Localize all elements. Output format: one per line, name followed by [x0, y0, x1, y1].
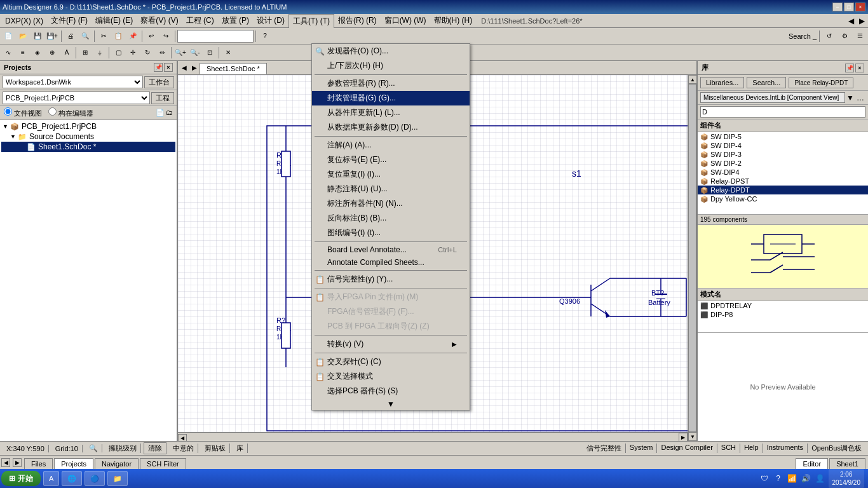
time-display[interactable]: 2:06 2014/9/20 [829, 469, 865, 488]
tb-select[interactable]: ▢ [111, 46, 125, 60]
menu-edit[interactable]: 编辑(E) (E) [92, 14, 137, 27]
tab-files[interactable]: Files [24, 458, 53, 469]
clear-btn[interactable]: 清除 [144, 442, 166, 454]
tb-mirror[interactable]: ⇔ [155, 46, 169, 60]
tb-r2[interactable]: ⚙ [837, 29, 851, 43]
menu-cross-probe[interactable]: 📋 交叉探针(C) (C) [312, 355, 470, 369]
help-label[interactable]: Help [740, 444, 763, 453]
signal-label[interactable]: 信号完整性 [583, 444, 626, 453]
tb-rotate[interactable]: ↻ [140, 46, 154, 60]
scrollbar-v[interactable]: ▲ ▼ [688, 75, 696, 441]
tb-redo[interactable]: ↪ [159, 29, 173, 43]
openbus-label[interactable]: OpenBus调色板 [808, 444, 865, 453]
tb-cut[interactable]: ✂ [97, 29, 111, 43]
menu-reset-des[interactable]: 复位标号(E) (E)... [312, 152, 470, 167]
menu-find-parts[interactable]: 🔍 发现器件(O) (O)... [312, 44, 470, 58]
sch-label[interactable]: SCH [717, 444, 740, 453]
lib-options-btn[interactable]: … [855, 93, 865, 102]
menu-cross-select[interactable]: 📋 交叉选择模式 [312, 369, 470, 384]
menu-sheet-num[interactable]: 图纸编号(t) (t)... [312, 226, 470, 240]
tools-dropdown-menu[interactable]: 🔍 发现器件(O) (O)... 上/下层次(H) (H) 参数管理器(R) (… [311, 43, 470, 410]
component-list[interactable]: 📦 SW DIP-5 📦 SW DIP-4 📦 SW DIP-3 📦 SW DI… [698, 132, 868, 215]
instruments-label[interactable]: Instruments [763, 444, 808, 453]
project-tree[interactable]: ▼ 📦 PCB_Project1.PrjPCB ▼ 📁 Source Docum… [0, 120, 177, 441]
tray-user-icon[interactable]: 👤 [815, 473, 826, 484]
tb-print[interactable]: 🖨 [64, 29, 78, 43]
menu-dxp[interactable]: DXP(X) (X) [1, 15, 47, 27]
tree-item-project[interactable]: ▼ 📦 PCB_Project1.PrjPCB [1, 121, 175, 132]
bottom-nav-left[interactable]: ◀ [1, 458, 10, 467]
tb-r1[interactable]: ↺ [822, 29, 836, 43]
menu-reset-dup[interactable]: 复位重复(I) (I)... [312, 167, 470, 182]
comp-item-dpyyellow[interactable]: 📦 Dpy Yellow-CC [698, 194, 868, 203]
bottom-nav-right[interactable]: ▶ [13, 458, 22, 467]
scroll-up-btn[interactable]: ▲ [688, 75, 696, 84]
menu-update-db[interactable]: 从数据库更新参数(D) (D)... [312, 120, 470, 135]
maximize-button[interactable]: □ [844, 3, 854, 11]
menu-design[interactable]: 设计 (D) [253, 14, 288, 27]
tb-zoom-fit[interactable]: ⊡ [203, 46, 217, 60]
tab-sch-filter[interactable]: SCH Filter [140, 458, 186, 469]
model-list[interactable]: ⬛ DPDTRELAY ⬛ DIP-P8 [698, 301, 868, 333]
minimize-button[interactable]: − [832, 3, 843, 11]
scroll-left-btn[interactable]: ◀ [178, 434, 187, 442]
model-item-dpdt[interactable]: ⬛ DPDTRELAY [698, 301, 868, 310]
tree-item-sheet[interactable]: 📄 Sheet1.SchDoc * [1, 142, 175, 152]
tb-new[interactable]: 📄 [1, 29, 15, 43]
tray-network-icon[interactable]: 📶 [787, 473, 798, 484]
panel-close-btn[interactable]: × [164, 63, 173, 72]
taskbar-app-3[interactable]: 🔵 [85, 471, 105, 486]
taskbar-app-2[interactable]: 🌐 [62, 471, 82, 486]
menu-select-pcb[interactable]: 选择PCB 器件(S) (S) [312, 384, 470, 398]
tab-sheet1[interactable]: Sheet1.SchDoc * [200, 63, 267, 74]
menu-tools[interactable]: 工具(T) (T) [288, 14, 334, 28]
menu-project[interactable]: 工程 (C) [182, 14, 218, 27]
tb-zoom-in[interactable]: 🔍+ [173, 46, 187, 60]
menu-update-lib[interactable]: 从器件库更新(L) (L)... [312, 105, 470, 120]
taskbar-app-4[interactable]: 📁 [107, 471, 128, 486]
menu-signal-int[interactable]: 📋 信号完整性(y) (Y)... [312, 272, 470, 287]
tb-place-part[interactable]: ⊞ [78, 46, 92, 60]
menu-annotate[interactable]: 注解(A) (A)... [312, 138, 470, 152]
tb-pwr-port[interactable]: ⏚ [93, 46, 107, 60]
tb-label[interactable]: A [60, 46, 74, 60]
scroll-right-btn[interactable]: ▶ [679, 433, 688, 441]
close-button[interactable]: × [855, 3, 865, 11]
view-icon1[interactable]: 📄 [156, 109, 165, 117]
tab-sheet1[interactable]: Sheet1 [829, 458, 865, 469]
model-item-dip[interactable]: ⬛ DIP-P8 [698, 310, 868, 319]
tb-r3[interactable]: ☰ [853, 29, 867, 43]
comp-item-swdip3[interactable]: 📦 SW DIP-3 [698, 150, 868, 159]
menu-file[interactable]: 文件(F) (F) [47, 14, 92, 27]
menu-footprint-mgr[interactable]: 封装管理器(G) (G)... [312, 91, 470, 105]
libraries-btn[interactable]: Libraries... [700, 77, 744, 88]
nav-back[interactable]: ◀ [846, 17, 856, 25]
tb-junction[interactable]: ⊕ [45, 46, 59, 60]
tb-print-prev[interactable]: 🔍 [78, 29, 92, 43]
tab-editor[interactable]: Editor [796, 458, 828, 469]
menu-hierarchy[interactable]: 上/下层次(H) (H) [312, 58, 470, 73]
lib-dropdown-btn[interactable]: ▼ [845, 93, 855, 102]
right-panel-close[interactable]: × [855, 64, 864, 72]
menu-convert[interactable]: 转换(v) (V) ▶ [312, 337, 470, 351]
menu-param-mgr[interactable]: 参数管理器(R) (R)... [312, 76, 470, 91]
tab-nav-left[interactable]: ◀ [179, 63, 189, 72]
tb-paste[interactable]: 📌 [126, 29, 140, 43]
comp-item-swdip4[interactable]: 📦 SW DIP-4 [698, 141, 868, 150]
scroll-thumb[interactable] [688, 84, 696, 432]
project-select[interactable]: PCB_Project1.PrjPCB [3, 92, 150, 104]
scrollbar-h[interactable]: ◀ ▶ [178, 432, 688, 441]
taskbar-app-1[interactable]: A [43, 471, 59, 486]
tb-bus[interactable]: ≡ [16, 46, 30, 60]
tb-save[interactable]: 💾 [31, 29, 44, 43]
menu-back-ann[interactable]: 反向标注(B) (B)... [312, 211, 470, 226]
tb-save-all[interactable]: 💾+ [45, 29, 59, 43]
component-search-input[interactable] [700, 106, 865, 118]
project-btn[interactable]: 工程 [151, 92, 174, 104]
view-file-radio[interactable]: 文件视图 [4, 107, 42, 118]
comp-item-relaydpdt[interactable]: 📦 Relay-DPDT [698, 186, 868, 194]
tb-zoom-out[interactable]: 🔍- [188, 46, 202, 60]
tb-wire[interactable]: ∿ [1, 46, 15, 60]
tray-security-icon[interactable]: 🛡 [759, 473, 770, 484]
menu-place[interactable]: 放置 (P) [218, 14, 253, 27]
